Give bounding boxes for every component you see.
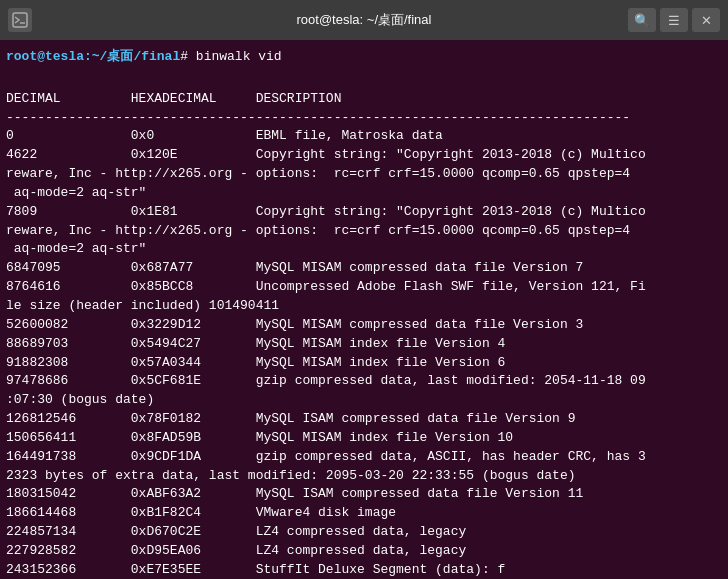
terminal-body[interactable]: root@tesla:~/桌面/final# binwalk vid DECIM…: [0, 40, 728, 579]
prompt-line: root@tesla:~/桌面/final# binwalk vid: [6, 48, 722, 67]
menu-button[interactable]: ☰: [660, 8, 688, 32]
titlebar-title: root@tesla: ~/桌面/final: [297, 11, 432, 29]
close-button[interactable]: ✕: [692, 8, 720, 32]
prompt-user: root@tesla: [6, 49, 84, 64]
prompt-command: binwalk vid: [188, 49, 282, 64]
column-headers: DECIMAL HEXADECIMAL DESCRIPTION --------…: [6, 91, 646, 577]
prompt-path: :~/桌面/final: [84, 49, 180, 64]
prompt-symbol: #: [180, 49, 188, 64]
terminal-output: DECIMAL HEXADECIMAL DESCRIPTION --------…: [6, 71, 722, 579]
titlebar: root@tesla: ~/桌面/final 🔍 ☰ ✕: [0, 0, 728, 40]
terminal-icon: [8, 8, 32, 32]
titlebar-left: [8, 8, 32, 32]
terminal-window: root@tesla: ~/桌面/final 🔍 ☰ ✕ root@tesla:…: [0, 0, 728, 579]
titlebar-right: 🔍 ☰ ✕: [628, 8, 720, 32]
search-button[interactable]: 🔍: [628, 8, 656, 32]
